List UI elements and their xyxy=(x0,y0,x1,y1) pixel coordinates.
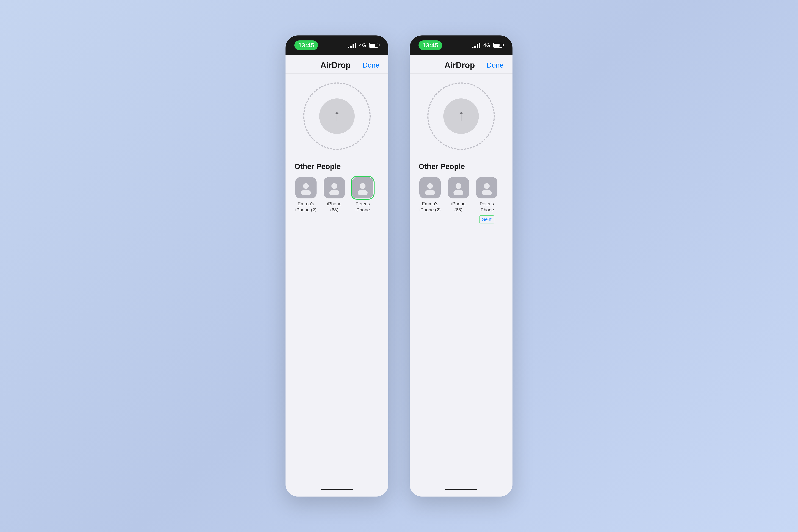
battery-icon-1 xyxy=(369,43,380,48)
status-bar-1: 13:45 4G xyxy=(285,36,388,55)
signal-bar xyxy=(350,45,352,49)
svg-point-10 xyxy=(484,183,490,189)
svg-point-7 xyxy=(425,190,435,195)
network-label-1: 4G xyxy=(359,42,366,48)
nav-title-2: AirDrop xyxy=(444,60,475,70)
device-icon-peter-1 xyxy=(352,177,373,198)
home-indicator-2 xyxy=(410,482,513,496)
svg-point-4 xyxy=(360,183,365,189)
done-button-1[interactable]: Done xyxy=(362,61,380,69)
device-label-iphone68-2: iPhone (68) xyxy=(447,201,470,213)
device-icon-iphone68-1 xyxy=(324,177,345,198)
device-icon-emma-2 xyxy=(419,177,441,198)
svg-point-11 xyxy=(482,190,492,195)
nav-bar-1: AirDrop Done xyxy=(285,55,388,74)
nav-title-1: AirDrop xyxy=(320,60,351,70)
dotted-ring-2 xyxy=(428,82,495,150)
network-label-2: 4G xyxy=(483,42,490,48)
signal-icon-1 xyxy=(348,42,356,49)
device-icon-iphone68-2 xyxy=(448,177,469,198)
battery-icon-2 xyxy=(493,43,504,48)
status-right-1: 4G xyxy=(348,42,380,49)
device-icon-emma-1 xyxy=(295,177,317,198)
signal-bar xyxy=(353,44,354,49)
battery-tip-2 xyxy=(503,44,504,46)
upload-area-2: ↑ xyxy=(425,81,496,152)
svg-point-5 xyxy=(358,190,367,195)
section-title-1: Other People xyxy=(294,162,380,171)
status-time-2: 13:45 xyxy=(418,40,442,50)
dotted-ring-1 xyxy=(303,82,370,150)
device-item-peter-1[interactable]: Peter's iPhone xyxy=(351,177,374,213)
person-icon-peter-2 xyxy=(480,181,494,195)
content-2: ↑ Other People Emma's iPhone (2) xyxy=(410,74,513,482)
signal-bar xyxy=(355,43,356,49)
signal-bar xyxy=(472,46,474,49)
person-icon-emma-1 xyxy=(299,181,313,195)
battery-tip-1 xyxy=(379,44,380,46)
status-time-1: 13:45 xyxy=(294,40,318,50)
svg-point-6 xyxy=(427,183,433,189)
device-icon-peter-2 xyxy=(476,177,497,198)
battery-fill-2 xyxy=(494,44,499,46)
device-item-iphone68-2[interactable]: iPhone (68) xyxy=(447,177,470,213)
section-title-2: Other People xyxy=(418,162,504,171)
svg-point-3 xyxy=(329,190,339,195)
device-label-peter-2: Peter's iPhone xyxy=(475,201,498,213)
status-bar-2: 13:45 4G xyxy=(410,36,513,55)
signal-bar xyxy=(479,43,480,49)
other-people-section-2: Other People Emma's iPhone (2) xyxy=(417,162,506,224)
device-item-peter-2[interactable]: Peter's iPhone Sent xyxy=(475,177,498,224)
phone-1: 13:45 4G AirDrop Done ↑ xyxy=(285,36,388,496)
signal-bar xyxy=(474,45,476,49)
sent-badge: Sent xyxy=(479,215,494,224)
device-label-emma-2: Emma's iPhone (2) xyxy=(418,201,441,213)
upload-area-1: ↑ xyxy=(302,81,373,152)
status-right-2: 4G xyxy=(472,42,504,49)
signal-icon-2 xyxy=(472,42,480,49)
svg-point-1 xyxy=(301,190,311,195)
content-1: ↑ Other People Emma's iPhone (2) xyxy=(285,74,388,482)
devices-row-2: Emma's iPhone (2) iPhone (68) xyxy=(418,177,504,224)
person-icon-emma-2 xyxy=(423,181,437,195)
person-icon-peter-1 xyxy=(356,181,370,195)
device-label-emma-1: Emma's iPhone (2) xyxy=(294,201,318,213)
device-item-iphone68-1[interactable]: iPhone (68) xyxy=(323,177,346,213)
devices-row-1: Emma's iPhone (2) iPhone (68) xyxy=(294,177,380,213)
svg-point-0 xyxy=(303,183,309,189)
battery-fill-1 xyxy=(370,44,375,46)
home-bar-1 xyxy=(321,489,353,490)
signal-bar xyxy=(477,44,478,49)
done-button-2[interactable]: Done xyxy=(487,61,504,69)
nav-bar-2: AirDrop Done xyxy=(410,55,513,74)
other-people-section-1: Other People Emma's iPhone (2) xyxy=(292,162,381,213)
svg-point-9 xyxy=(453,190,463,195)
home-indicator-1 xyxy=(285,482,388,496)
device-item-emma-1[interactable]: Emma's iPhone (2) xyxy=(294,177,318,213)
phone-2: 13:45 4G AirDrop Done ↑ xyxy=(410,36,513,496)
signal-bar xyxy=(348,46,349,49)
svg-point-8 xyxy=(456,183,461,189)
home-bar-2 xyxy=(445,489,477,490)
device-item-emma-2[interactable]: Emma's iPhone (2) xyxy=(418,177,441,213)
svg-point-2 xyxy=(331,183,337,189)
person-icon-iphone68-1 xyxy=(327,181,341,195)
battery-body-2 xyxy=(493,43,502,48)
person-icon-iphone68-2 xyxy=(451,181,466,195)
battery-body-1 xyxy=(369,43,378,48)
device-label-peter-1: Peter's iPhone xyxy=(351,201,374,213)
device-label-iphone68-1: iPhone (68) xyxy=(323,201,346,213)
